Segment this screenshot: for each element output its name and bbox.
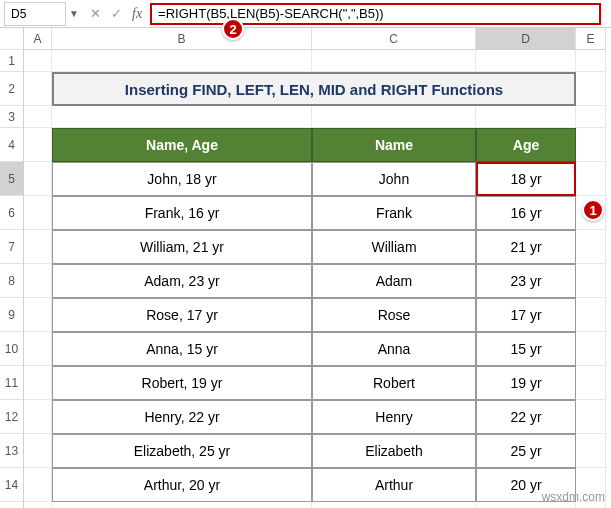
table-cell[interactable]: Robert [312,366,476,400]
table-header[interactable]: Age [476,128,576,162]
cell[interactable] [24,332,52,366]
cell[interactable] [24,264,52,298]
cell[interactable] [24,400,52,434]
formula-input[interactable]: =RIGHT(B5,LEN(B5)-SEARCH(",",B5)) [150,3,601,25]
cell[interactable] [52,502,312,508]
table-cell[interactable]: Frank, 16 yr [52,196,312,230]
row-header[interactable]: 9 [0,298,24,332]
cell[interactable] [312,106,476,128]
row-header[interactable]: 4 [0,128,24,162]
cell[interactable] [312,502,476,508]
table-cell[interactable]: Frank [312,196,476,230]
cell[interactable] [312,50,476,72]
formula-bar-row: D5 ▼ ✕ ✓ fx =RIGHT(B5,LEN(B5)-SEARCH(","… [0,0,611,28]
cell[interactable] [476,106,576,128]
table-cell[interactable]: John, 18 yr [52,162,312,196]
grid: A B C D E Inserting FIND, LEFT, LEN, MID… [24,28,611,508]
table-cell[interactable]: Anna, 15 yr [52,332,312,366]
namebox-dropdown-icon[interactable]: ▼ [66,8,82,19]
col-header-selected[interactable]: D [476,28,576,50]
fx-controls: ✕ ✓ fx [90,6,142,22]
row-header[interactable]: 12 [0,400,24,434]
cell[interactable] [576,106,606,128]
fx-icon[interactable]: fx [132,6,142,22]
row-header[interactable]: 13 [0,434,24,468]
table-cell[interactable]: Elizabeth, 25 yr [52,434,312,468]
cell[interactable] [576,264,606,298]
col-header[interactable]: B [52,28,312,50]
table-header[interactable]: Name [312,128,476,162]
cell[interactable] [576,434,606,468]
col-header[interactable]: A [24,28,52,50]
column-headers: A B C D E [24,28,611,50]
col-header[interactable]: E [576,28,606,50]
title-cell[interactable]: Inserting FIND, LEFT, LEN, MID and RIGHT… [52,72,576,106]
table-cell[interactable]: 17 yr [476,298,576,332]
table-cell[interactable]: Elizabeth [312,434,476,468]
cell[interactable] [52,50,312,72]
table-cell[interactable]: 18 yr [476,162,576,196]
table-cell[interactable]: Rose, 17 yr [52,298,312,332]
select-all[interactable] [0,28,24,50]
cell[interactable] [24,72,52,106]
row-header[interactable]: 15 [0,502,24,508]
cell[interactable] [24,298,52,332]
table-cell[interactable]: 16 yr [476,196,576,230]
cell[interactable] [576,162,606,196]
cell[interactable] [24,50,52,72]
cell[interactable] [576,128,606,162]
cell[interactable] [576,298,606,332]
table-header[interactable]: Name, Age [52,128,312,162]
table-cell[interactable]: William, 21 yr [52,230,312,264]
table-cell[interactable]: Arthur, 20 yr [52,468,312,502]
cell[interactable] [576,332,606,366]
table-cell[interactable]: John [312,162,476,196]
row-header[interactable]: 14 [0,468,24,502]
table-cell[interactable]: 15 yr [476,332,576,366]
table-cell[interactable]: Rose [312,298,476,332]
cell[interactable] [576,72,606,106]
cell[interactable] [24,434,52,468]
cancel-icon[interactable]: ✕ [90,6,101,21]
cell[interactable] [24,366,52,400]
cell[interactable] [576,400,606,434]
cell[interactable] [24,128,52,162]
table-cell[interactable]: 19 yr [476,366,576,400]
table-cell[interactable]: Adam [312,264,476,298]
row-header[interactable]: 3 [0,106,24,128]
cell[interactable] [52,106,312,128]
cell[interactable] [24,230,52,264]
table-cell[interactable]: Henry, 22 yr [52,400,312,434]
cell[interactable] [24,502,52,508]
table-cell[interactable]: 25 yr [476,434,576,468]
cell[interactable] [24,196,52,230]
row-header[interactable]: 11 [0,366,24,400]
col-header[interactable]: C [312,28,476,50]
table-cell[interactable]: Anna [312,332,476,366]
row-header[interactable]: 2 [0,72,24,106]
table-cell[interactable]: 22 yr [476,400,576,434]
row-header[interactable]: 1 [0,50,24,72]
table-cell[interactable]: Henry [312,400,476,434]
cell[interactable] [576,230,606,264]
cell[interactable] [24,106,52,128]
cell[interactable] [476,50,576,72]
cell[interactable] [24,162,52,196]
accept-icon[interactable]: ✓ [111,6,122,21]
cell[interactable] [576,50,606,72]
name-box[interactable]: D5 [4,2,66,26]
table-cell[interactable]: Adam, 23 yr [52,264,312,298]
table-cell[interactable]: Robert, 19 yr [52,366,312,400]
table-cell[interactable]: Arthur [312,468,476,502]
cell[interactable] [576,366,606,400]
row-header[interactable]: 6 [0,196,24,230]
cell[interactable] [24,468,52,502]
cells-area: Inserting FIND, LEFT, LEN, MID and RIGHT… [24,50,611,508]
row-header[interactable]: 7 [0,230,24,264]
row-header[interactable]: 8 [0,264,24,298]
table-cell[interactable]: William [312,230,476,264]
row-header[interactable]: 10 [0,332,24,366]
table-cell[interactable]: 23 yr [476,264,576,298]
table-cell[interactable]: 21 yr [476,230,576,264]
row-header-selected[interactable]: 5 [0,162,24,196]
